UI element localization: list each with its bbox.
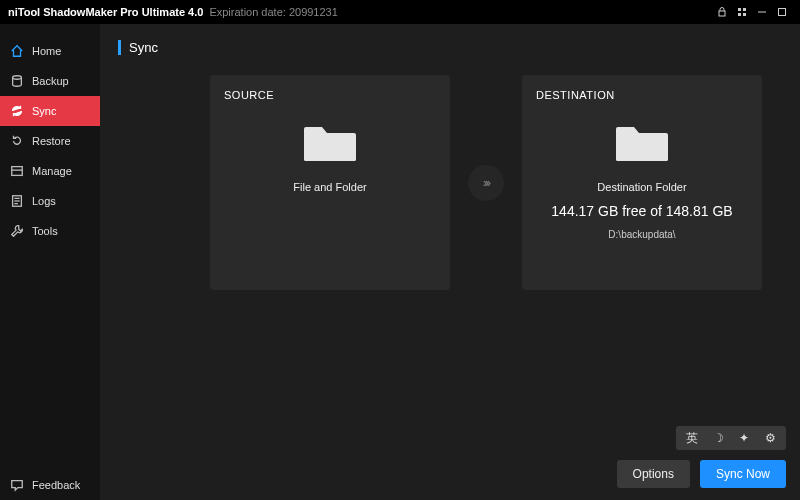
svg-rect-15 [616,135,668,161]
chevrons-right-icon: ››› [483,176,489,190]
language-button[interactable]: 英 [684,430,700,446]
lock-icon[interactable] [712,2,732,22]
sidebar-item-label: Tools [32,225,58,237]
sidebar-item-label: Feedback [32,479,80,491]
folder-icon [302,119,358,163]
folder-icon [614,119,670,163]
sidebar-item-label: Manage [32,165,72,177]
sidebar-item-feedback[interactable]: Feedback [0,470,100,500]
home-icon [10,44,24,58]
sidebar-item-label: Home [32,45,61,57]
options-button[interactable]: Options [617,460,690,488]
sidebar-item-restore[interactable]: Restore [0,126,100,156]
svg-rect-8 [12,167,23,176]
backup-icon [10,74,24,88]
svg-rect-14 [304,135,356,161]
sidebar-item-home[interactable]: Home [0,36,100,66]
sidebar-item-label: Backup [32,75,69,87]
svg-rect-1 [738,8,741,11]
sidebar: Home Backup Sync Restore Manage Logs Too… [0,24,100,500]
expiration-label: Expiration date: 20991231 [209,6,337,18]
sidebar-item-sync[interactable]: Sync [0,96,100,126]
destination-heading: DESTINATION [536,89,615,101]
sync-direction-button[interactable]: ››› [468,165,504,201]
sidebar-item-label: Logs [32,195,56,207]
svg-rect-0 [719,11,725,16]
sidebar-item-label: Sync [32,105,56,117]
tools-icon [10,224,24,238]
sidebar-item-backup[interactable]: Backup [0,66,100,96]
main-panel: Sync SOURCE File and Folder ››› DESTINAT… [100,24,800,500]
sidebar-item-label: Restore [32,135,71,147]
restore-icon [10,134,24,148]
destination-free-space: 144.17 GB free of 148.81 GB [551,203,732,219]
effects-icon[interactable]: ✦ [736,430,752,446]
theme-toggle-icon[interactable]: ☽ [710,430,726,446]
source-caption: File and Folder [293,181,366,193]
svg-rect-3 [738,13,741,16]
utility-tray: 英 ☽ ✦ ⚙ [676,426,786,450]
sidebar-item-logs[interactable]: Logs [0,186,100,216]
source-heading: SOURCE [224,89,274,101]
maximize-button[interactable] [772,2,792,22]
grid-icon[interactable] [732,2,752,22]
feedback-icon [10,478,24,492]
sidebar-item-manage[interactable]: Manage [0,156,100,186]
minimize-button[interactable] [752,2,772,22]
settings-gear-icon[interactable]: ⚙ [762,430,778,446]
sync-now-button[interactable]: Sync Now [700,460,786,488]
svg-rect-6 [779,9,786,16]
svg-rect-2 [743,8,746,11]
logs-icon [10,194,24,208]
titlebar: niTool ShadowMaker Pro Ultimate 4.0 Expi… [0,0,800,24]
manage-icon [10,164,24,178]
app-title: niTool ShadowMaker Pro Ultimate 4.0 [8,6,203,18]
svg-point-7 [13,76,22,80]
source-panel[interactable]: SOURCE File and Folder [210,75,450,290]
sidebar-item-tools[interactable]: Tools [0,216,100,246]
svg-rect-4 [743,13,746,16]
page-title: Sync [118,40,782,55]
destination-caption: Destination Folder [597,181,686,193]
sync-icon [10,104,24,118]
destination-path: D:\backupdata\ [608,229,675,240]
destination-panel[interactable]: DESTINATION Destination Folder 144.17 GB… [522,75,762,290]
